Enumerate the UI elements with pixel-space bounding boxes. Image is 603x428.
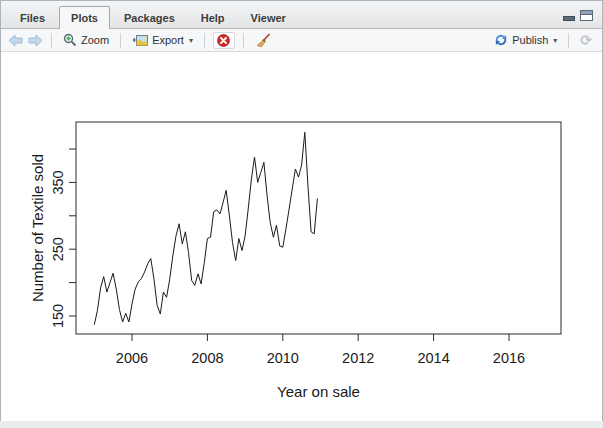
plots-pane: Files Plots Packages Help Viewer Zoom <box>0 0 603 421</box>
refresh-icon: ⟳ <box>580 33 592 47</box>
x-tick-label: 2008 <box>191 350 223 366</box>
tab-files-label: Files <box>20 12 45 24</box>
y-tick-label: 150 <box>50 304 66 328</box>
toolbar-separator <box>204 33 205 48</box>
maximize-button[interactable] <box>580 10 593 21</box>
zoom-button-label: Zoom <box>81 34 109 46</box>
zoom-button[interactable]: Zoom <box>60 32 112 48</box>
plots-toolbar: Zoom Export ▾ <box>1 29 602 52</box>
toolbar-separator <box>568 33 569 48</box>
plot-canvas: 200620082010201220142016150250350Year on… <box>1 52 602 421</box>
x-tick-label: 2014 <box>417 350 449 366</box>
plot-display-area: 200620082010201220142016150250350Year on… <box>1 52 602 421</box>
pane-window-controls <box>562 10 593 21</box>
y-tick-label: 250 <box>50 237 66 261</box>
tab-packages-label: Packages <box>124 12 175 24</box>
tab-packages[interactable]: Packages <box>112 6 187 29</box>
clear-all-plots-button[interactable] <box>252 32 274 49</box>
x-tick-label: 2010 <box>267 350 299 366</box>
toolbar-separator <box>243 33 244 48</box>
tab-help-label: Help <box>201 12 225 24</box>
remove-plot-button[interactable] <box>213 32 235 49</box>
toolbar-separator <box>120 33 121 48</box>
tab-viewer-label: Viewer <box>251 12 286 24</box>
publish-button[interactable]: Publish ▾ <box>491 32 560 48</box>
tab-viewer[interactable]: Viewer <box>239 6 298 29</box>
publish-icon <box>494 33 508 47</box>
broom-icon <box>255 33 271 48</box>
tab-plots[interactable]: Plots <box>59 6 110 29</box>
x-tick-label: 2012 <box>342 350 374 366</box>
tab-plots-label: Plots <box>71 12 98 24</box>
tab-files[interactable]: Files <box>8 6 57 29</box>
y-axis-title: Number of Textile sold <box>29 154 46 302</box>
tab-help[interactable]: Help <box>189 6 237 29</box>
x-axis-title: Year on sale <box>277 383 360 400</box>
back-arrow-button[interactable] <box>8 34 23 47</box>
plot-box <box>76 122 561 334</box>
red-x-icon <box>217 34 230 47</box>
data-line <box>94 132 317 324</box>
toolbar-separator <box>51 33 52 48</box>
export-image-icon <box>132 34 148 47</box>
y-tick-label: 350 <box>50 170 66 194</box>
magnifier-zoom-icon <box>63 33 77 47</box>
x-tick-label: 2016 <box>493 350 525 366</box>
pane-tabstrip: Files Plots Packages Help Viewer <box>1 1 602 29</box>
x-tick-label: 2006 <box>116 350 148 366</box>
export-button-label: Export <box>152 34 184 46</box>
export-button[interactable]: Export ▾ <box>129 33 196 48</box>
publish-caret-icon: ▾ <box>553 36 557 45</box>
forward-arrow-button[interactable] <box>28 34 43 47</box>
export-caret-icon: ▾ <box>189 36 193 45</box>
minimize-button[interactable] <box>562 11 574 21</box>
refresh-plot-button[interactable]: ⟳ <box>577 32 595 48</box>
publish-button-label: Publish <box>512 34 548 46</box>
